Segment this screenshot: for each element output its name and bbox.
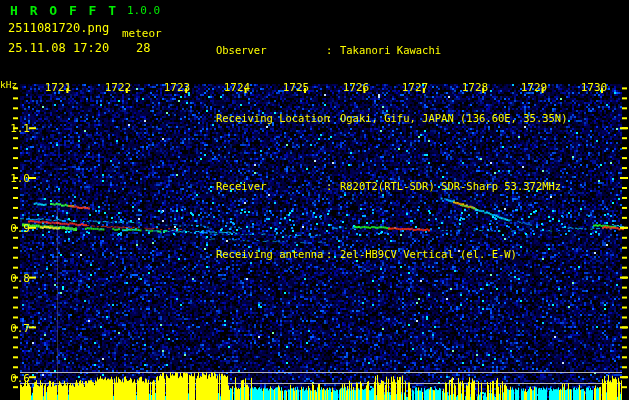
info-value: R820T2(RTL-SDR) SDR-Sharp 53.372MHz	[340, 180, 561, 192]
time-label-1723: 1723	[161, 81, 193, 94]
output-file-name: 2511081720.png	[8, 21, 109, 35]
info-value: Ogaki, Gifu, JAPAN (136.60E, 35.35N)	[340, 112, 568, 124]
info-row-location: Receiving Location:Ogaki, Gifu, JAPAN (1…	[178, 98, 568, 139]
time-label-1729: 1729	[518, 81, 550, 94]
meteor-count: 28	[136, 41, 150, 55]
info-value: Takanori Kawachi	[340, 44, 441, 56]
info-row-observer: Observer:Takanori Kawachi	[178, 30, 568, 71]
datetime-label: 25.11.08 17:20	[8, 41, 109, 55]
app-title: H R O F F T	[10, 3, 118, 18]
time-label-1722: 1722	[102, 81, 134, 94]
freq-label-0-7: 0.7	[4, 322, 30, 335]
time-label-1721: 1721	[42, 81, 74, 94]
info-value: 2el-HB9CV Vertical (el. E-W)	[340, 248, 517, 260]
info-separator: :	[326, 248, 340, 262]
app-version: 1.0.0	[127, 4, 160, 17]
mode-label: meteor	[122, 27, 162, 40]
time-label-1728: 1728	[459, 81, 491, 94]
y-axis-unit-label: kHz	[0, 79, 17, 90]
info-label: Receiving antenna	[216, 248, 326, 262]
info-separator: :	[326, 180, 340, 194]
freq-label-0-8: 0.8	[4, 272, 30, 285]
time-label-1726: 1726	[340, 81, 372, 94]
hrofft-window: H R O F F T 1.0.0 2511081720.png meteor …	[0, 0, 629, 400]
freq-label-1-1: 1.1	[4, 122, 30, 135]
time-label-1730: 1730	[578, 81, 610, 94]
station-info: Observer:Takanori Kawachi Receiving Loca…	[178, 3, 568, 302]
info-label: Receiving Location	[216, 112, 326, 126]
info-row-receiver: Receiver:R820T2(RTL-SDR) SDR-Sharp 53.37…	[178, 166, 568, 207]
freq-label-0-9: 0.9	[4, 222, 30, 235]
info-row-antenna: Receiving antenna:2el-HB9CV Vertical (el…	[178, 234, 568, 275]
time-label-1724: 1724	[221, 81, 253, 94]
info-separator: :	[326, 112, 340, 126]
freq-label-1-0: 1.0	[4, 172, 30, 185]
info-label: Receiver	[216, 180, 326, 194]
freq-label-0-6: 0.6	[4, 372, 30, 385]
info-separator: :	[326, 44, 340, 58]
time-label-1727: 1727	[399, 81, 431, 94]
info-label: Observer	[216, 44, 326, 58]
time-label-1725: 1725	[280, 81, 312, 94]
